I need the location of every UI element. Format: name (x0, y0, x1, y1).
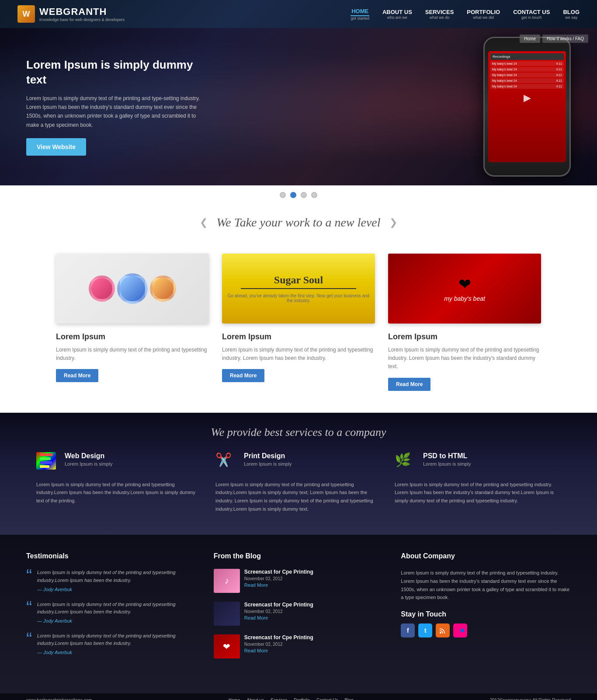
dot-4[interactable] (311, 192, 317, 198)
footer-nav-about[interactable]: About us (247, 698, 264, 700)
cd-design (84, 269, 180, 308)
blog-info-1: Screencast for Cpe Printing November 02,… (244, 569, 313, 588)
sugar-sub: Go ahead, you've already taken the first… (228, 293, 369, 303)
hero-right: Recordings My baby's beat 244:11 My baby… (483, 37, 571, 177)
hero-body: Lorem Ipsum is simply dummy text of the … (26, 94, 201, 130)
print-design-icon: ✂️ (215, 452, 237, 474)
screen-row: My baby's beat 244:11 (490, 73, 564, 77)
blog-thumb-3: ❤ (214, 634, 240, 658)
logo-area: W WEBGRANTH Knowledge base for web desig… (17, 5, 125, 23)
nav-blog[interactable]: BLOG we say (563, 9, 580, 20)
nav-services[interactable]: SERVICES what we do (425, 9, 454, 20)
header: W WEBGRANTH Knowledge base for web desig… (0, 0, 597, 28)
web-design-icon (36, 452, 58, 474)
facebook-button[interactable]: f (401, 623, 415, 637)
footer-nav-home[interactable]: Home (229, 698, 240, 700)
footer-nav-contact[interactable]: Contact Us (316, 698, 338, 700)
footer-nav-services[interactable]: Services (271, 698, 287, 700)
testimonial-author-1: — Jody Averbuk (37, 587, 196, 592)
blog-post-title-1: Screencast for Cpe Printing (244, 569, 313, 575)
sugar-soul-image: Sugar Soul Go ahead, you've already take… (222, 254, 375, 324)
service-info-1: Web Design Lorem Ipsum is simply (65, 452, 112, 467)
nav-home[interactable]: HOME get started (351, 8, 369, 21)
testimonial-1: Lorem Ipsum is simply dummy text of the … (26, 569, 196, 592)
flickr-dot-1 (456, 629, 460, 632)
testimonial-3: Lorem Ipsum is simply dummy text of the … (26, 632, 196, 655)
about-text: Lorem Ipsum is simply dummy text of the … (401, 569, 571, 602)
service-header-1: Web Design Lorem Ipsum is simply (36, 452, 202, 474)
color-bars (40, 453, 53, 468)
screen-row: My baby's beat 244:11 (490, 78, 564, 83)
psd-html-icon: 🌿 (395, 452, 417, 474)
stay-touch-title: Stay in Touch (401, 610, 571, 618)
dot-2[interactable] (290, 192, 296, 198)
social-icons: f t (401, 623, 571, 637)
portfolio-card-2: Sugar Soul Go ahead, you've already take… (222, 254, 375, 391)
dot-1[interactable] (280, 192, 286, 198)
blog-read-more-3[interactable]: Read More (244, 648, 313, 653)
heart-icon-small: ❤ (223, 641, 230, 652)
service-card-1: Web Design Lorem Ipsum is simply Lorem I… (36, 452, 202, 513)
twitter-button[interactable]: t (418, 623, 432, 637)
portfolio-body-1: Lorem Ipsum is simply dummy text of the … (56, 346, 209, 362)
footer-about: About Company Lorem Ipsum is simply dumm… (401, 552, 571, 667)
blog-date-3: November 02, 2012 (244, 642, 313, 647)
phone-mockup: Recordings My baby's beat 244:11 My baby… (483, 37, 571, 177)
slider-dots (0, 185, 597, 205)
footer-nav-blog[interactable]: Blog (345, 698, 354, 700)
nav-contact[interactable]: CONTACT US get in touch (513, 9, 550, 20)
bar-green (40, 457, 51, 460)
portfolio-body-3: Lorem Ipsum is simply dummy text of the … (388, 346, 541, 371)
screen-row: My baby's beat 244:11 (490, 67, 564, 72)
dot-3[interactable] (301, 192, 307, 198)
slider-tab-home[interactable]: Home (520, 35, 540, 43)
service-sub-2: Lorem Ipsum is simply (244, 461, 292, 467)
portfolio-img-3: ❤ my baby's beat (388, 254, 541, 324)
colorful-bars-icon (36, 452, 56, 470)
testimonial-author-3: — Jody Averbuk (37, 650, 196, 655)
prev-arrow[interactable]: ❮ (200, 217, 208, 228)
read-more-1[interactable]: Read More (56, 369, 98, 382)
service-info-2: Print Design Lorem Ipsum is simply (244, 452, 292, 467)
rss-button[interactable] (436, 623, 450, 637)
portfolio-img-2: Sugar Soul Go ahead, you've already take… (222, 254, 375, 324)
blog-info-3: Screencast for Cpe Printing November 02,… (244, 634, 313, 653)
view-website-button[interactable]: View Website (26, 138, 86, 156)
service-sub-1: Lorem Ipsum is simply (65, 461, 112, 467)
service-info-3: PSD to HTML Lorem Ipsum is simply (423, 452, 471, 467)
service-card-2: ✂️ Print Design Lorem Ipsum is simply Lo… (215, 452, 382, 513)
read-more-2[interactable]: Read More (222, 369, 264, 382)
blog-title: From the Blog (214, 552, 384, 560)
screen-title: Recordings (490, 53, 564, 60)
footer-nav: Home About us Services Portfolio Contact… (229, 698, 354, 700)
footer-nav-portfolio[interactable]: Portfolio (294, 698, 310, 700)
svg-point-0 (440, 632, 441, 634)
blog-read-more-2[interactable]: Read More (244, 615, 313, 620)
footer-testimonials: Testimonials Lorem Ipsum is simply dummy… (26, 552, 196, 667)
footer-copyright: 2012©companyname All Rights Reserved (490, 698, 571, 700)
screen-row: My baby's beat 244:11 (490, 61, 564, 66)
blog-item-3: ❤ Screencast for Cpe Printing November 0… (214, 634, 384, 658)
slider-tab-howto[interactable]: How it works / FAQ (542, 35, 588, 43)
footer-section: Testimonials Lorem Ipsum is simply dummy… (0, 535, 597, 693)
baby-title: my baby's beat (444, 295, 485, 302)
blog-read-more-1[interactable]: Read More (244, 582, 313, 588)
portfolio-title-1: Lorem Ipsum (56, 332, 209, 341)
testimonial-author-2: — Jody Averbuk (37, 618, 196, 623)
read-more-3[interactable]: Read More (388, 378, 430, 391)
testimonial-text-1: Lorem Ipsum is simply dummy text of the … (37, 569, 196, 584)
blog-thumb-1: ♪ (214, 569, 240, 593)
sugar-title: Sugar Soul (274, 274, 323, 286)
blog-thumb-2 (214, 602, 240, 626)
flickr-button[interactable] (453, 623, 467, 637)
service-title-2: Print Design (244, 452, 292, 460)
about-title: About Company (401, 552, 571, 560)
logo-text: WEBGRANTH Knowledge base for web designe… (39, 6, 125, 22)
services-tagline: We provide best services to a company (26, 426, 571, 439)
bar-red (40, 453, 53, 456)
blog-thumb-dark (214, 602, 240, 626)
next-arrow[interactable]: ❯ (389, 217, 397, 228)
nav-portfolio[interactable]: PORTFOLIO what we did (467, 9, 500, 20)
nav-about[interactable]: ABOUT US who are we (382, 9, 412, 20)
play-icon[interactable]: ▶ (490, 92, 564, 104)
